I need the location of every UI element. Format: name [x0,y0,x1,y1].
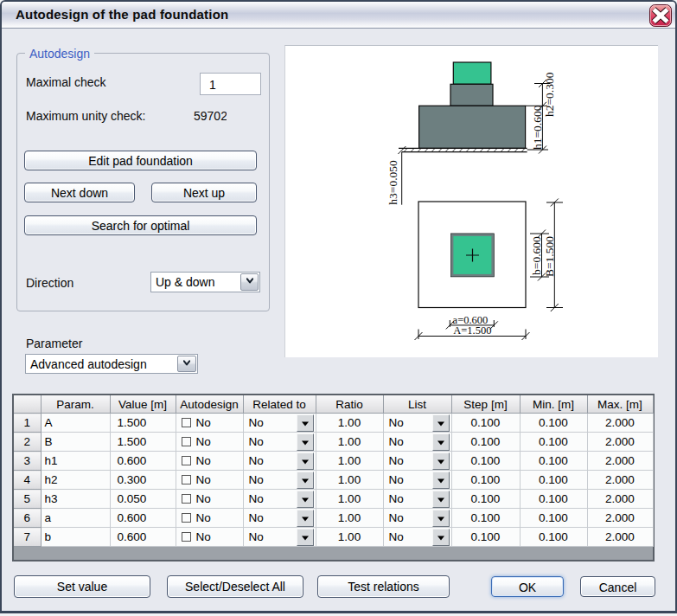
svg-text:B=1.500: B=1.500 [543,236,556,277]
svg-text:b=0.600: b=0.600 [530,236,543,275]
svg-text:h1=0.600: h1=0.600 [531,105,544,150]
svg-text:h2=0.300: h2=0.300 [543,72,556,117]
svg-text:h3=0.050: h3=0.050 [386,160,399,205]
svg-text:A=1.500: A=1.500 [453,324,491,337]
